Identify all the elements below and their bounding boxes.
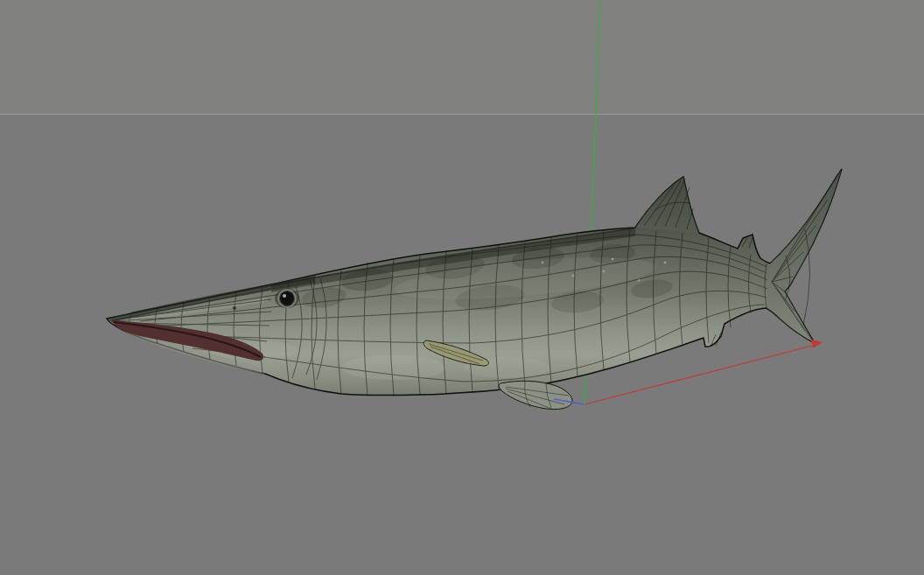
pelvic-fin — [499, 381, 572, 409]
3d-viewport[interactable] — [0, 0, 924, 575]
fish-model[interactable] — [107, 169, 842, 410]
fish-eye — [275, 289, 299, 308]
nostril — [233, 306, 236, 310]
x-axis-arrowhead — [811, 340, 822, 348]
scene-svg — [0, 0, 924, 575]
